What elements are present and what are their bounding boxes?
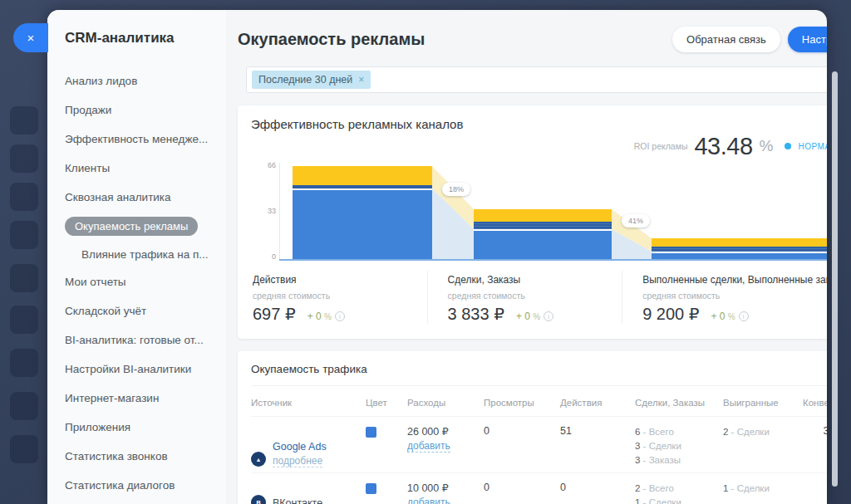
sidebar-item-ad-payback[interactable]: Окупаемость рекламы [65,212,218,241]
settings-button[interactable]: Настройка [788,27,827,52]
sidebar-item-end-to-end-analytics[interactable]: Сквозная аналитика [65,183,218,212]
roi-summary: ROI рекламы 43.48 % НОРМАЛЬНО [251,133,827,159]
col-color: Цвет [366,398,407,408]
funnel-connector-1 [432,163,474,259]
deals-breakdown: 2 - Всего 1 - Сделки 1 - Заказы [635,482,723,504]
stat-value: 3 833 ₽ [448,304,504,324]
y-tick-66: 66 [261,161,276,169]
details-link[interactable]: подробнее [273,455,322,467]
background-app-icon [10,183,38,211]
sidebar-item-sales[interactable]: Продажи [65,95,218,125]
main-content: Окупаемость рекламы Обратная связь Настр… [226,10,827,504]
sidebar-item-clients[interactable]: Клиенты [65,154,218,183]
sidebar-item-online-store[interactable]: Интернет-магазин [65,384,218,413]
filter-tag-close-icon[interactable]: × [358,74,364,86]
roi-label: ROI рекламы [634,141,688,151]
info-icon[interactable]: i [335,311,345,321]
conversion-badge-1: 18% [442,183,470,196]
panel-scrollbar[interactable] [832,71,838,487]
crm-analytics-slider: CRM-аналитика Анализ лидов Продажи Эффек… [47,10,827,504]
status-dot-icon [785,143,791,149]
chart-title: Эффективность рекламных каналов [251,117,827,131]
filter-tag-last-30-days[interactable]: Последние 30 дней × [252,71,371,89]
slider-close-button[interactable]: × [13,23,48,52]
source-link[interactable]: Google Ads [273,441,327,453]
table-title: Окупаемость трафика [251,363,827,386]
background-app-icon [10,349,38,377]
sidebar-item-my-reports[interactable]: Мои отчеты [65,267,218,296]
table-row-vkontakte: в ВКонтакте 10 000 ₽ добавить 0 0 2 - Вс… [251,472,827,504]
add-expenses-link[interactable]: добавить [407,497,450,504]
col-won: Выигранные [723,398,803,408]
source-name: ВКонтакте [273,497,322,504]
channel-color-swatch [366,483,376,494]
actions-value: 51 [560,425,635,467]
col-views: Просмотры [484,398,560,408]
stat-completed: Выполненные сделки, Выполненные заказы с… [622,271,827,324]
filter-bar[interactable]: Последние 30 дней × × [246,66,827,93]
sidebar-item-call-statistics[interactable]: Статистика звонков [65,442,218,471]
page-title: Окупаемость рекламы [238,30,672,49]
col-actions: Действия [560,398,635,408]
views-value: 0 [484,425,560,467]
y-axis [279,163,280,261]
stat-value: 697 ₽ [253,304,296,324]
feedback-button[interactable]: Обратная связь [672,27,780,52]
actions-value: 0 [560,482,635,504]
sidebar-title: CRM-аналитика [65,30,218,46]
page-header: Окупаемость рекламы Обратная связь Настр… [238,27,827,52]
y-tick-0: 0 [261,252,276,261]
roi-unit: % [760,137,774,155]
conversion-value: 3.92% [803,425,827,467]
col-conversion: Конверсия, [803,398,827,408]
conversion-value: 50% [803,482,827,504]
background-app-icon [10,144,38,173]
stat-deals-orders: Сделки, Заказы средняя стоимость 3 833 ₽… [427,271,622,324]
stat-actions: Действия средняя стоимость 697 ₽ + 0 %i [251,271,427,324]
filter-input[interactable] [371,67,827,92]
funnel-stats-row: Действия средняя стоимость 697 ₽ + 0 %i … [251,271,827,327]
table-header-row: Источник Цвет Расходы Просмотры Действия… [251,386,827,416]
background-app-icon [10,392,38,420]
deals-breakdown: 6 - Всего 3 - Сделки 3 - Заказы [635,425,723,467]
background-app-icon [10,106,38,135]
won-breakdown: 1 - Сделки [723,482,803,504]
funnel-bar-actions [293,166,432,259]
channel-color-swatch [366,427,376,438]
traffic-payback-card: Окупаемость трафика Источник Цвет Расход… [238,351,827,504]
background-app-icon [10,435,38,463]
sidebar-item-lead-analysis[interactable]: Анализ лидов [65,66,218,95]
col-expenses: Расходы [407,398,484,408]
roi-value: 43.48 [694,133,752,160]
add-expenses-link[interactable]: добавить [407,440,450,453]
background-app-icon [10,306,38,334]
stat-value: 9 200 ₽ [642,304,699,324]
sidebar-item-traffic-influence[interactable]: Влияние трафика на п... [65,241,218,267]
sidebar: CRM-аналитика Анализ лидов Продажи Эффек… [47,10,226,504]
roi-status-badge: НОРМАЛЬНО [798,142,827,151]
col-deals-orders: Сделки, Заказы [635,398,723,408]
info-icon[interactable]: i [544,311,553,321]
funnel-chart: 66 33 0 [279,163,827,261]
sidebar-item-bi-settings[interactable]: Настройки BI-аналитики [65,355,218,384]
google-ads-icon: ▲ [251,452,266,467]
won-breakdown: 2 - Сделки [723,425,803,467]
table-row-google-ads: ▲ Google Ads подробнее 26 000 ₽ добавить… [251,416,827,472]
sidebar-item-bi-ready-reports[interactable]: BI-аналитика: готовые от... [65,325,218,355]
expenses-value: 10 000 ₽ [407,482,484,494]
funnel-bar-completed [652,238,827,259]
sidebar-item-manager-efficiency[interactable]: Эффективность менедже... [65,125,218,154]
col-source: Источник [251,398,366,408]
info-icon[interactable]: i [739,311,749,321]
x-axis [279,259,827,261]
y-tick-33: 33 [261,207,276,215]
ad-channels-efficiency-card: Эффективность рекламных каналов ROI рекл… [238,105,827,339]
conversion-badge-2: 41% [622,214,650,228]
vkontakte-icon: в [251,495,266,504]
funnel-connector-2 [612,163,652,259]
sidebar-item-inventory[interactable]: Складской учёт [65,296,218,325]
funnel-bar-deals-orders [474,209,612,259]
background-app-icon [10,221,38,249]
sidebar-item-dialog-statistics[interactable]: Статистика диалогов [65,471,218,500]
sidebar-item-apps[interactable]: Приложения [65,413,218,442]
